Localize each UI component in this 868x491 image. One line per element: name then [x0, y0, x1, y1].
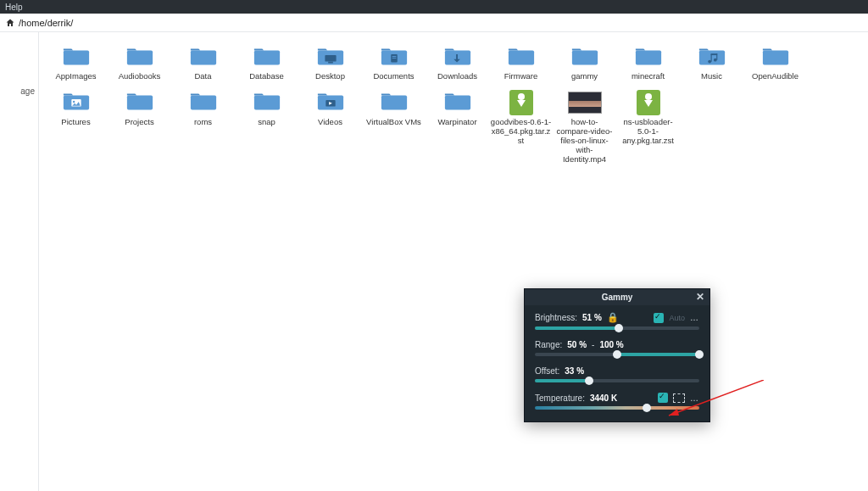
temperature-slider[interactable]	[535, 406, 699, 410]
temperature-value: 3440 K	[590, 393, 617, 403]
item-appimages[interactable]: AppImages	[44, 41, 108, 85]
range-slider-fill	[617, 353, 699, 356]
item-label: Projects	[125, 118, 153, 127]
temperature-slider-thumb[interactable]	[643, 404, 651, 412]
folder-icon	[761, 45, 790, 70]
svg-point-17	[713, 58, 716, 61]
item-snap[interactable]: snap	[235, 86, 298, 168]
svg-rect-15	[698, 50, 724, 64]
svg-rect-9	[392, 56, 396, 57]
item-warpinator[interactable]: Warpinator	[426, 86, 489, 168]
item-music[interactable]: Music	[680, 41, 743, 85]
brightness-slider-thumb[interactable]	[615, 324, 623, 332]
offset-slider-fill	[535, 379, 589, 382]
item-downloads[interactable]: Downloads	[426, 41, 489, 85]
gammy-title-text: Gammy	[602, 293, 633, 302]
item-howto-video[interactable]: how-to-compare-video-files-on-linux-with…	[553, 86, 616, 168]
item-label: Documents	[373, 72, 414, 81]
item-firmware[interactable]: Firmware	[489, 41, 553, 85]
temperature-setting-marked[interactable]	[673, 393, 685, 403]
range-slider-thumb-high[interactable]	[695, 350, 704, 359]
offset-label: Offset:	[535, 366, 559, 376]
item-pictures[interactable]: Pictures	[44, 86, 108, 168]
offset-slider-thumb[interactable]	[585, 377, 593, 385]
item-label: Pictures	[61, 118, 90, 127]
svg-rect-10	[392, 57, 396, 58]
menu-help[interactable]: Help	[5, 3, 23, 12]
range-low: 50 %	[567, 340, 587, 349]
item-label: how-to-compare-video-files-on-linux-with…	[554, 118, 615, 165]
svg-rect-8	[391, 54, 398, 62]
folder-icon	[253, 90, 281, 114]
range-slider[interactable]	[535, 353, 699, 356]
auto-label: Auto	[669, 314, 685, 322]
range-row: Range: 50 % - 100 %	[535, 340, 699, 356]
folder-icon	[125, 45, 154, 70]
brightness-slider-fill	[535, 326, 619, 330]
temperature-checkbox[interactable]	[658, 393, 668, 403]
folder-icon	[62, 45, 91, 70]
range-label: Range:	[535, 340, 562, 349]
folder-icon	[443, 45, 472, 70]
item-videos[interactable]: Videos	[298, 86, 362, 168]
lock-icon[interactable]: 🔒	[607, 312, 619, 323]
item-gammy[interactable]: gammy	[553, 41, 616, 85]
svg-rect-18	[710, 54, 711, 62]
folder-icon	[380, 45, 409, 70]
item-label: roms	[194, 118, 212, 127]
temperature-more-button[interactable]: …	[690, 393, 699, 403]
file-grid: AppImages Audiobooks Data Database Deskt…	[44, 41, 863, 168]
folder-icon	[507, 45, 536, 70]
item-label: Data	[194, 72, 211, 81]
item-nsusbloader-pkg[interactable]: ns-usbloader-5.0-1-any.pkg.tar.zst	[616, 86, 680, 168]
path-text: /home/derrik/	[19, 18, 73, 28]
item-desktop[interactable]: Desktop	[298, 41, 362, 85]
range-slider-thumb-low[interactable]	[613, 350, 621, 359]
brightness-label: Brightness:	[535, 313, 577, 322]
item-roms[interactable]: roms	[171, 86, 235, 168]
offset-slider[interactable]	[535, 379, 699, 382]
close-icon[interactable]: ✕	[696, 291, 704, 303]
item-label: VirtualBox VMs	[366, 118, 421, 127]
svg-rect-5	[325, 55, 336, 62]
item-goodvibes-pkg[interactable]: goodvibes-0.6-1-x86_64.pkg.tar.zst	[489, 86, 553, 168]
item-label: minecraft	[632, 72, 665, 81]
item-openaudible[interactable]: OpenAudible	[743, 41, 807, 85]
item-documents[interactable]: Documents	[362, 41, 426, 85]
sidebar-item[interactable]: age	[0, 83, 38, 99]
gammy-panel: Gammy ✕ Brightness: 51 % 🔒 Auto … Range:	[524, 288, 710, 422]
brightness-slider[interactable]	[535, 326, 699, 330]
offset-row: Offset: 33 %	[535, 366, 699, 382]
main: age AppImages Audiobooks Data Database D…	[0, 32, 868, 491]
folder-icon	[125, 90, 154, 114]
svg-point-16	[708, 59, 711, 63]
video-thumb-icon	[568, 92, 602, 114]
item-projects[interactable]: Projects	[108, 86, 171, 168]
svg-rect-1	[126, 50, 152, 64]
item-minecraft[interactable]: minecraft	[616, 41, 680, 85]
auto-checkbox[interactable]	[654, 313, 664, 323]
svg-rect-3	[253, 50, 279, 64]
item-audiobooks[interactable]: Audiobooks	[108, 41, 171, 85]
item-label: goodvibes-0.6-1-x86_64.pkg.tar.zst	[491, 118, 552, 146]
item-label: gammy	[571, 72, 598, 81]
brightness-more-button[interactable]: …	[690, 313, 699, 322]
pathbar[interactable]: /home/derrik/	[0, 14, 868, 32]
svg-rect-31	[381, 96, 406, 110]
svg-rect-2	[190, 50, 215, 64]
svg-point-24	[72, 101, 74, 103]
svg-rect-12	[508, 50, 533, 64]
item-label: Videos	[318, 118, 342, 127]
item-label: Audiobooks	[119, 72, 161, 81]
svg-rect-32	[444, 96, 470, 110]
folder-icon	[634, 45, 663, 70]
item-label: Desktop	[315, 72, 345, 81]
item-database[interactable]: Database	[235, 41, 298, 85]
folder-icon	[253, 45, 281, 70]
item-virtualboxvms[interactable]: VirtualBox VMs	[362, 86, 426, 168]
svg-rect-26	[190, 96, 215, 110]
svg-rect-25	[126, 96, 152, 110]
item-data[interactable]: Data	[171, 41, 235, 85]
svg-rect-0	[63, 50, 88, 64]
folder-icon	[316, 45, 345, 70]
